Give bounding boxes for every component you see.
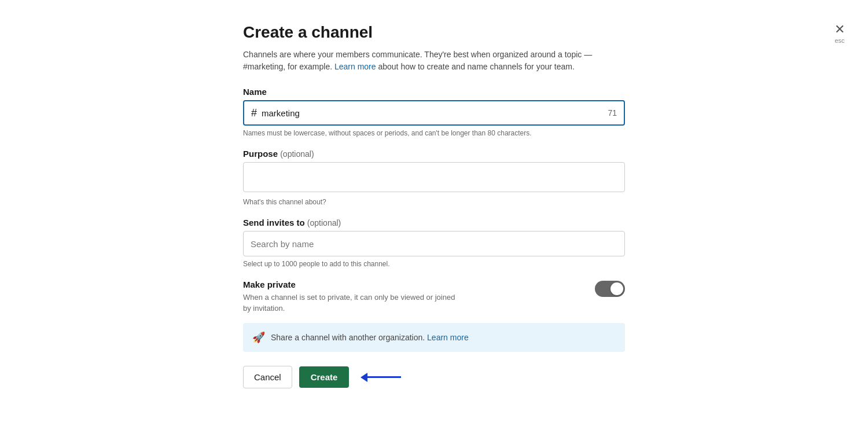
char-count: 71 — [608, 108, 617, 117]
make-private-description: When a channel is set to private, it can… — [243, 293, 455, 313]
arrow-indicator — [361, 373, 401, 382]
make-private-label: Make private — [243, 280, 583, 289]
toggle-knob — [610, 282, 623, 295]
share-learn-more-link[interactable]: Learn more — [427, 333, 469, 342]
channel-name-input[interactable] — [262, 108, 608, 118]
rocket-icon: 🚀 — [252, 331, 265, 344]
modal-description: Channels are where your members communic… — [243, 49, 625, 73]
learn-more-link-1[interactable]: Learn more — [334, 62, 376, 71]
send-invites-form-group: Send invites to (optional) Select up to … — [243, 218, 625, 268]
cancel-button[interactable]: Cancel — [243, 366, 292, 388]
close-esc-label: esc — [834, 37, 844, 44]
purpose-hint: What's this channel about? — [243, 198, 625, 206]
search-by-name-input[interactable] — [243, 231, 625, 256]
make-private-toggle-wrapper[interactable] — [595, 281, 625, 297]
make-private-row: Make private When a channel is set to pr… — [243, 280, 625, 314]
purpose-optional: (optional) — [280, 149, 314, 159]
hash-prefix: # — [251, 107, 257, 119]
share-text: Share a channel with another organizatio… — [271, 333, 469, 342]
description-text-2: about how to create and name channels fo… — [376, 62, 575, 71]
send-invites-label: Send invites to (optional) — [243, 218, 625, 227]
close-icon: ✕ — [834, 23, 845, 36]
name-form-group: Name # 71 Names must be lowercase, witho… — [243, 87, 625, 137]
make-private-toggle[interactable] — [595, 281, 625, 297]
make-private-text: Make private When a channel is set to pr… — [243, 280, 595, 314]
name-input-wrapper: # 71 — [243, 100, 625, 126]
arrow-line — [366, 376, 401, 378]
purpose-label: Purpose (optional) — [243, 149, 625, 159]
name-label: Name — [243, 87, 625, 97]
share-banner: 🚀 Share a channel with another organizat… — [243, 323, 625, 352]
purpose-form-group: Purpose (optional) What's this channel a… — [243, 149, 625, 206]
send-invites-optional: (optional) — [307, 218, 341, 227]
search-hint: Select up to 1000 people to add to this … — [243, 260, 625, 268]
name-hint: Names must be lowercase, without spaces … — [243, 129, 625, 137]
purpose-input[interactable] — [243, 162, 625, 192]
button-row: Cancel Create — [243, 366, 625, 388]
create-button[interactable]: Create — [299, 366, 350, 388]
close-button[interactable]: ✕ esc — [834, 23, 845, 44]
modal-overlay: ✕ esc Create a channel Channels are wher… — [0, 0, 868, 426]
modal-content: Create a channel Channels are where your… — [243, 23, 625, 388]
modal-title: Create a channel — [243, 23, 625, 42]
